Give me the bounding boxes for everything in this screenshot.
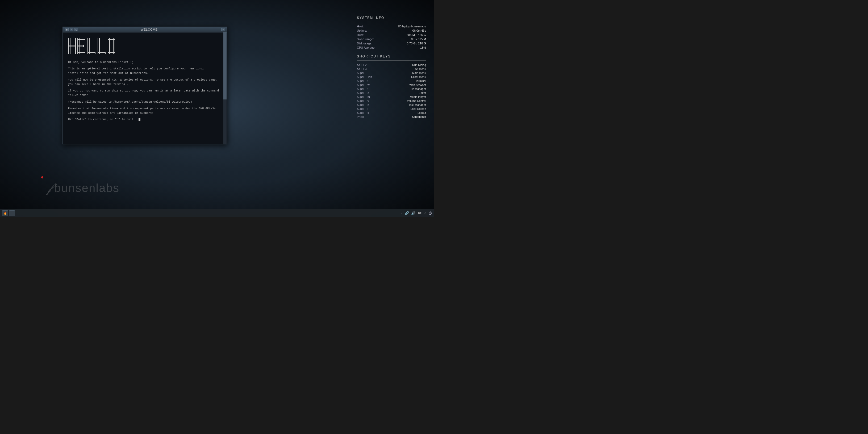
svg-rect-10 <box>98 52 105 54</box>
svg-rect-14 <box>108 52 115 54</box>
ram-value: 685 M / 7.65 G <box>407 33 426 36</box>
shortcut-row: Super + lLock Screen <box>357 107 426 111</box>
swap-label: Swap usage: <box>357 37 374 41</box>
hello-art <box>68 37 222 57</box>
shortcut-action: Lock Screen <box>411 107 426 111</box>
logo-text: bunsenlabs <box>54 181 119 195</box>
logo-area: 𝒻 bunsenlabs <box>48 180 119 196</box>
shortcut-action: Client Menu <box>411 75 426 79</box>
window-close-btn[interactable]: ✕ <box>221 28 225 31</box>
shortcut-row: SuperMain Menu <box>357 71 426 74</box>
shortcut-row: Super + fFile Manager <box>357 87 426 90</box>
shortcut-key: Super + x <box>357 111 369 114</box>
shortcut-action: Terminal <box>415 79 426 83</box>
para1: This is an optional post-installation sc… <box>68 66 222 75</box>
window-controls-left: ▣ ─ □ <box>65 28 78 31</box>
shortcut-key: Super + t <box>357 79 368 83</box>
greeting-line: Hi sem, welcome to BunsenLabs Linux! :) <box>68 60 222 65</box>
shortcut-row: Super + mMedia Player <box>357 95 426 98</box>
red-dot <box>41 176 43 179</box>
uptime-row: Uptime: 0h 0m 46s <box>357 29 426 32</box>
prompt-line: Hit "Enter" to continue, or "q" to quit.… <box>68 117 222 122</box>
window-icon: ▣ <box>65 28 69 31</box>
taskbar-flame-btn[interactable]: 🔥 <box>2 210 8 216</box>
shortcut-row: Super + vVolume Control <box>357 99 426 102</box>
swap-value: 0 B / 975 M <box>411 37 426 41</box>
shortcut-key: Alt + F2 <box>357 63 367 66</box>
svg-rect-9 <box>98 38 99 54</box>
shortcut-action: Media Player <box>410 95 426 98</box>
cursor <box>138 118 141 121</box>
system-info-divider <box>357 22 426 22</box>
shortcut-action: Editor <box>419 91 426 94</box>
svg-rect-2 <box>74 38 75 54</box>
cpu-label: CPU Average: <box>357 46 375 49</box>
taskbar-time: 18:58 <box>417 211 426 215</box>
para2: You will now be presented with a series … <box>68 78 222 87</box>
svg-rect-11 <box>108 38 110 54</box>
shortcuts-section: SHORTCUT KEYS Alt + F2Run DialogAlt + F3… <box>357 55 426 118</box>
shortcut-key: Alt + F3 <box>357 67 367 70</box>
taskbar-window-btn[interactable]: ─ <box>9 210 15 216</box>
flame-logo-icon: 𝒻 <box>48 180 52 196</box>
cpu-row: CPU Average: 18% <box>357 46 426 49</box>
network-icon[interactable]: 🔗 <box>405 211 409 215</box>
shortcut-row: Super + eEditor <box>357 91 426 94</box>
welcome-text: Hi sem, welcome to BunsenLabs Linux! :) … <box>68 60 222 122</box>
taskbar: 🔥 ─ ⬝ 🔗 🔊 18:58 ⏻ <box>0 209 434 217</box>
shortcut-action: File Manager <box>410 87 426 90</box>
window-minimize-btn[interactable]: ─ <box>70 28 73 31</box>
svg-rect-4 <box>78 38 85 40</box>
shortcut-row: Super + hTask Manager <box>357 103 426 106</box>
shortcut-row: Super + TabClient Menu <box>357 75 426 79</box>
shortcuts-title: SHORTCUT KEYS <box>357 55 426 58</box>
para5: Remember that BunsenLabs Linux and its c… <box>68 106 222 116</box>
svg-rect-8 <box>88 52 95 54</box>
window-scrollbar[interactable] <box>223 32 226 144</box>
disk-label: Disk usage: <box>357 42 372 45</box>
swap-row: Swap usage: 0 B / 975 M <box>357 37 426 41</box>
shortcut-action: Alt Menu <box>415 67 426 70</box>
shortcut-action: Run Dialog <box>412 63 426 66</box>
taskbar-left: 🔥 ─ <box>2 210 15 216</box>
host-value: IC-laptop-bunsenlabs <box>398 25 426 28</box>
window-content[interactable]: Hi sem, welcome to BunsenLabs Linux! :) … <box>63 32 227 144</box>
shortcut-action: Screenshot <box>412 115 426 118</box>
shortcut-key: Super + Tab <box>357 75 372 79</box>
para3: If you do not want to run this script no… <box>68 89 222 98</box>
disk-row: Disk usage: 3.73 G / 218 G <box>357 42 426 45</box>
window-maximize-btn[interactable]: □ <box>74 28 78 31</box>
taskbar-right: ⬝ 🔗 🔊 18:58 ⏻ <box>401 211 432 215</box>
shortcut-key: Super + w <box>357 83 370 86</box>
disk-value: 3.73 G / 218 G <box>407 42 426 45</box>
shortcut-key: Super + m <box>357 95 370 98</box>
shortcut-row: Alt + F3Alt Menu <box>357 67 426 70</box>
shortcut-row: PrtScScreenshot <box>357 115 426 118</box>
shortcut-action: Logout <box>417 111 426 114</box>
welcome-window: ▣ ─ □ WELCOME! ✕ <box>62 27 227 145</box>
shortcuts-divider <box>357 60 426 61</box>
para4: (Messages will be saved to /home/sem/.ca… <box>68 100 222 104</box>
shortcut-row: Alt + F2Run Dialog <box>357 63 426 66</box>
shortcut-key: Super + v <box>357 99 369 102</box>
power-icon[interactable]: ⏻ <box>428 211 432 215</box>
volume-icon[interactable]: 🔊 <box>411 211 415 215</box>
cpu-value: 18% <box>420 46 426 49</box>
shortcut-row: Super + tTerminal <box>357 79 426 83</box>
shortcut-action: Volume Control <box>407 99 426 102</box>
desktop: 𝒻 bunsenlabs ▣ ─ □ WELCOME! ✕ <box>0 0 434 217</box>
shortcuts-list: Alt + F2Run DialogAlt + F3Alt MenuSuperM… <box>357 63 426 118</box>
ram-label: RAM: <box>357 33 364 36</box>
svg-rect-7 <box>88 38 89 54</box>
ram-row: RAM: 685 M / 7.65 G <box>357 33 426 36</box>
host-row: Host: IC-laptop-bunsenlabs <box>357 25 426 28</box>
system-info-title: SYSTEM INFO <box>357 16 426 20</box>
shortcut-key: Super + f <box>357 87 368 90</box>
scrollbar-thumb[interactable] <box>223 32 226 99</box>
shortcut-key: Super + l <box>357 107 368 111</box>
host-label: Host: <box>357 25 364 28</box>
shortcut-action: Main Menu <box>412 71 426 74</box>
uptime-label: Uptime: <box>357 29 367 32</box>
svg-rect-6 <box>78 52 85 54</box>
svg-rect-13 <box>108 38 115 40</box>
